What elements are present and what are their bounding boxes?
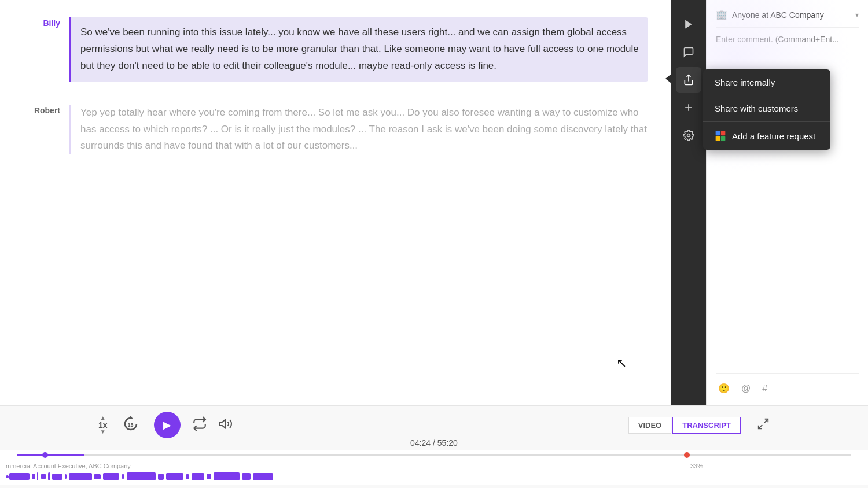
timeline-bar[interactable] — [17, 454, 851, 456]
wf-seg-13 — [158, 474, 164, 480]
volume-button[interactable] — [219, 417, 233, 434]
speaker-robert: Robert — [23, 105, 69, 115]
robert-text: Yep yep totally hear where you're coming… — [80, 105, 648, 155]
wf-seg-9 — [94, 474, 101, 479]
wf-seg-14 — [166, 473, 183, 480]
volume-icon — [219, 417, 233, 431]
waveform-bar: mmercial Account Executive, ABC Company — [0, 460, 868, 485]
transcript-area: Billy So we've been running into this is… — [0, 0, 671, 405]
time-display: 04:24 / 55:20 — [410, 438, 458, 448]
transcript-text-billy: So we've been running into this issue la… — [69, 17, 648, 82]
comment-toolbar: 🙂 @ # — [716, 373, 859, 396]
waveform-label: mmercial Account Executive, ABC Company — [0, 463, 868, 469]
share-internally-label: Share internally — [715, 77, 775, 87]
comment-header[interactable]: 🏢 Anyone at ABC Company ▾ — [716, 9, 859, 28]
comment-icon — [683, 46, 694, 58]
percentage-label: 33% — [690, 463, 703, 469]
share-dropdown-menu: Share internally Share with customers Ad… — [703, 69, 830, 150]
play-button[interactable]: ▶ — [154, 412, 181, 438]
transcript-view-btn[interactable]: TRANSCRIPT — [672, 417, 741, 434]
svg-line-11 — [764, 419, 768, 422]
player-controls-row: ▲ 1x ▼ 15 ▶ — [98, 412, 770, 438]
wf-seg-10 — [103, 473, 119, 480]
waveform-track — [0, 471, 868, 482]
hashtag-btn[interactable]: # — [760, 381, 770, 396]
speaker-billy: Billy — [23, 17, 69, 28]
wf-seg-18 — [214, 472, 240, 480]
wf-seg-4 — [41, 474, 46, 479]
comment-panel: 🏢 Anyone at ABC Company ▾ 🙂 @ # — [706, 0, 868, 405]
speed-arrows: ▲ — [100, 416, 106, 420]
svg-rect-7 — [716, 136, 720, 141]
wf-seg-17 — [207, 474, 211, 479]
play-toolbar-btn[interactable] — [676, 12, 701, 37]
share-toolbar-btn[interactable] — [676, 67, 701, 93]
feature-request-icon — [715, 130, 726, 142]
transcript-text-robert: Yep yep totally hear where you're coming… — [69, 105, 648, 155]
svg-line-12 — [759, 424, 762, 428]
loop-icon — [192, 416, 207, 431]
wf-dot-1 — [6, 475, 9, 478]
wf-seg-8 — [69, 473, 92, 480]
wf-seg-2 — [32, 474, 35, 479]
comment-toolbar-btn[interactable] — [676, 39, 701, 65]
sidebar-toolbar — [671, 0, 706, 405]
wf-seg-11 — [122, 474, 124, 479]
time-separator: / — [433, 438, 437, 448]
speed-button[interactable]: ▲ 1x ▼ — [98, 416, 108, 434]
settings-toolbar-btn[interactable] — [676, 123, 701, 148]
total-time: 55:20 — [437, 438, 458, 448]
share-customers-label: Share with customers — [715, 103, 798, 113]
add-feature-request-label: Add a feature request — [732, 131, 815, 141]
loop-button[interactable] — [192, 416, 207, 434]
comment-visibility-label: Anyone at ABC Company — [732, 10, 824, 20]
video-view-btn[interactable]: VIDEO — [628, 417, 671, 434]
add-toolbar-btn[interactable] — [676, 95, 701, 120]
timeline-wrapper[interactable] — [0, 450, 868, 460]
billy-text: So we've been running into this issue la… — [80, 24, 639, 75]
wf-seg-7 — [65, 474, 67, 479]
rewind-seconds: 15 — [128, 422, 134, 428]
wf-seg-5 — [48, 472, 50, 480]
share-internally-item[interactable]: Share internally — [703, 69, 830, 95]
player-bar: ▲ 1x ▼ 15 ▶ — [0, 405, 868, 488]
wf-seg-12 — [127, 472, 156, 480]
wf-seg-3 — [37, 472, 38, 480]
wf-seg-16 — [192, 473, 204, 480]
wf-seg-6 — [52, 474, 62, 480]
svg-marker-9 — [128, 416, 133, 419]
transcript-block-robert: Robert Yep yep totally hear where you're… — [23, 105, 648, 155]
fullscreen-icon — [757, 417, 770, 430]
timeline-marker-start[interactable] — [42, 452, 48, 458]
share-customers-item[interactable]: Share with customers — [703, 95, 830, 121]
emoji-btn[interactable]: 🙂 — [716, 380, 732, 396]
timeline-progress — [17, 454, 84, 456]
mention-btn[interactable]: @ — [739, 381, 753, 396]
svg-rect-8 — [721, 136, 726, 141]
settings-icon — [683, 130, 694, 141]
add-icon — [683, 102, 694, 113]
fullscreen-btn[interactable] — [757, 417, 770, 433]
transcript-block-billy: Billy So we've been running into this is… — [23, 17, 648, 82]
timeline-marker-end[interactable] — [684, 452, 690, 458]
svg-marker-10 — [220, 420, 225, 428]
play-icon — [683, 19, 694, 30]
comment-header-chevron-icon: ▾ — [855, 11, 859, 19]
svg-point-4 — [687, 134, 690, 137]
wf-seg-19 — [242, 473, 251, 480]
dropdown-arrow — [665, 74, 671, 83]
current-time: 04:24 — [410, 438, 431, 448]
wf-seg-20 — [253, 473, 273, 480]
wf-seg-1 — [9, 473, 30, 480]
view-buttons: VIDEO TRANSCRIPT — [628, 417, 741, 434]
rewind-button[interactable]: 15 — [119, 413, 142, 437]
add-feature-request-item[interactable]: Add a feature request — [703, 121, 830, 150]
svg-marker-0 — [685, 20, 692, 29]
wf-seg-15 — [186, 474, 189, 479]
share-icon — [683, 74, 694, 86]
svg-rect-5 — [716, 131, 720, 136]
speed-arrows-down: ▼ — [100, 430, 106, 434]
comment-header-icon: 🏢 — [716, 9, 727, 20]
svg-rect-6 — [721, 131, 726, 136]
